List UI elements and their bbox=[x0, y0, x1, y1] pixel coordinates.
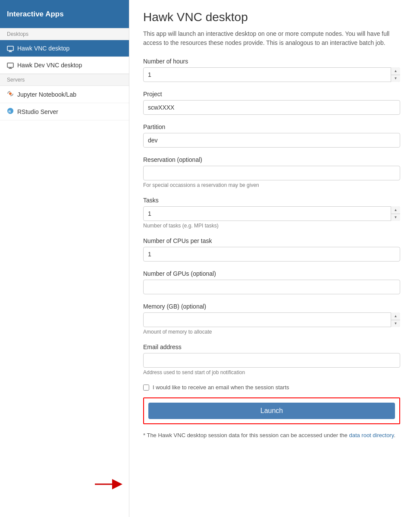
email-checkbox-row: I would like to receive an email when th… bbox=[143, 384, 400, 391]
hours-input[interactable] bbox=[143, 67, 400, 82]
email-input[interactable] bbox=[143, 353, 400, 368]
footer-note-text: * The Hawk VNC desktop session data for … bbox=[143, 432, 348, 438]
memory-hint: Amount of memory to allocate bbox=[143, 329, 400, 335]
arrow-icon bbox=[94, 478, 124, 490]
tasks-input[interactable] bbox=[143, 206, 400, 221]
page-description: This app will launch an interactive desk… bbox=[143, 29, 400, 47]
sidebar-header: Interactive Apps bbox=[0, 0, 129, 28]
form-group-memory: Memory (GB) (optional) ▲ ▼ Amount of mem… bbox=[143, 303, 400, 335]
main-content: Hawk VNC desktop This app will launch an… bbox=[129, 0, 414, 517]
hours-label: Number of hours bbox=[143, 58, 400, 65]
memory-spinner-arrows: ▲ ▼ bbox=[391, 312, 400, 327]
form-group-project: Project bbox=[143, 91, 400, 115]
svg-rect-2 bbox=[9, 52, 12, 52]
email-notify-label[interactable]: I would like to receive an email when th… bbox=[153, 384, 289, 391]
tasks-increment-btn[interactable]: ▲ bbox=[391, 206, 400, 214]
form-group-hours: Number of hours ▲ ▼ bbox=[143, 58, 400, 82]
tasks-decrement-btn[interactable]: ▼ bbox=[391, 214, 400, 221]
svg-point-6 bbox=[9, 92, 12, 95]
hours-increment-btn[interactable]: ▲ bbox=[391, 67, 400, 75]
email-hint: Address used to send start of job notifi… bbox=[143, 369, 400, 375]
tasks-hint: Number of tasks (e.g. MPI tasks) bbox=[143, 223, 400, 229]
reservation-input[interactable] bbox=[143, 166, 400, 180]
sidebar-group-desktops: Desktops bbox=[0, 28, 129, 40]
partition-input[interactable] bbox=[143, 133, 400, 148]
hours-decrement-btn[interactable]: ▼ bbox=[391, 75, 400, 82]
sidebar-title: Interactive Apps bbox=[7, 10, 64, 19]
partition-label: Partition bbox=[143, 123, 400, 130]
svg-rect-1 bbox=[9, 51, 12, 52]
sidebar-item-hawk-vnc-label: Hawk VNC desktop bbox=[17, 45, 69, 52]
monitor-dev-icon bbox=[7, 61, 14, 69]
gpus-input[interactable] bbox=[143, 280, 400, 294]
sidebar: Interactive Apps Desktops Hawk VNC deskt… bbox=[0, 0, 129, 517]
sidebar-item-hawk-dev-vnc-label: Hawk Dev VNC desktop bbox=[17, 62, 82, 69]
sidebar-item-rstudio-label: RStudio Server bbox=[17, 108, 58, 115]
arrow-indicator bbox=[94, 478, 124, 490]
gpus-label: Number of GPUs (optional) bbox=[143, 270, 400, 277]
form-group-tasks: Tasks ▲ ▼ Number of tasks (e.g. MPI task… bbox=[143, 197, 400, 229]
footer-note: * The Hawk VNC desktop session data for … bbox=[143, 431, 400, 440]
sidebar-item-hawk-dev-vnc[interactable]: Hawk Dev VNC desktop bbox=[0, 57, 129, 74]
tasks-spinner-wrapper: ▲ ▼ bbox=[143, 206, 400, 221]
memory-increment-btn[interactable]: ▲ bbox=[391, 312, 400, 320]
form-group-partition: Partition bbox=[143, 123, 400, 148]
cpus-label: Number of CPUs per task bbox=[143, 237, 400, 244]
rstudio-icon: R bbox=[7, 107, 14, 116]
sidebar-group-servers: Servers bbox=[0, 74, 129, 86]
memory-input[interactable] bbox=[143, 312, 400, 327]
hours-spinner-arrows: ▲ ▼ bbox=[391, 67, 400, 82]
project-label: Project bbox=[143, 91, 400, 98]
hours-spinner-wrapper: ▲ ▼ bbox=[143, 67, 400, 82]
monitor-icon bbox=[7, 44, 14, 52]
page-title: Hawk VNC desktop bbox=[143, 10, 400, 24]
form-group-cpus: Number of CPUs per task bbox=[143, 237, 400, 262]
form-group-reservation: Reservation (optional) For special occas… bbox=[143, 156, 400, 188]
project-input[interactable] bbox=[143, 100, 400, 115]
jupyter-icon bbox=[7, 90, 14, 98]
launch-wrapper: Launch bbox=[143, 397, 400, 424]
email-label: Email address bbox=[143, 344, 400, 350]
sidebar-item-jupyter-label: Jupyter Notebook/Lab bbox=[17, 91, 76, 98]
email-notify-checkbox[interactable] bbox=[143, 385, 149, 391]
reservation-hint: For special occassions a reservation may… bbox=[143, 182, 400, 188]
sidebar-item-rstudio[interactable]: R RStudio Server bbox=[0, 103, 129, 120]
footer-link[interactable]: data root directory bbox=[349, 432, 394, 438]
svg-rect-0 bbox=[7, 46, 13, 50]
cpus-input[interactable] bbox=[143, 247, 400, 262]
form-group-email: Email address Address used to send start… bbox=[143, 344, 400, 375]
footer-note-suffix: . bbox=[394, 432, 395, 438]
svg-text:R: R bbox=[9, 110, 11, 113]
memory-spinner-wrapper: ▲ ▼ bbox=[143, 312, 400, 327]
sidebar-item-hawk-vnc[interactable]: Hawk VNC desktop bbox=[0, 40, 129, 57]
memory-decrement-btn[interactable]: ▼ bbox=[391, 320, 400, 328]
sidebar-item-jupyter[interactable]: Jupyter Notebook/Lab bbox=[0, 86, 129, 103]
form-group-gpus: Number of GPUs (optional) bbox=[143, 270, 400, 294]
svg-rect-3 bbox=[7, 63, 13, 67]
launch-button[interactable]: Launch bbox=[148, 403, 395, 419]
reservation-label: Reservation (optional) bbox=[143, 156, 400, 163]
memory-label: Memory (GB) (optional) bbox=[143, 303, 400, 310]
tasks-spinner-arrows: ▲ ▼ bbox=[391, 206, 400, 221]
tasks-label: Tasks bbox=[143, 197, 400, 204]
